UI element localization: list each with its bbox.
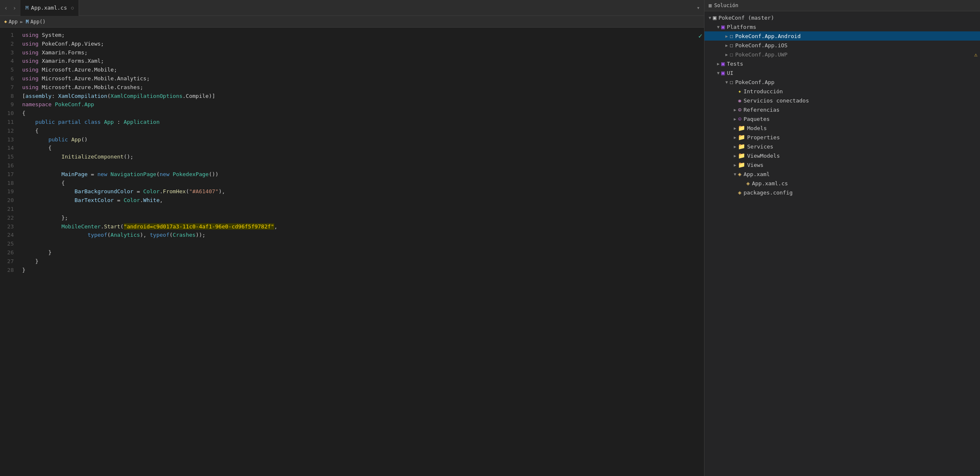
pokeconf-app-project-icon: ☐ [730, 79, 733, 85]
tree-item-services[interactable]: ▶ 📁 Services [704, 142, 980, 151]
tree-item-ios[interactable]: ▶ ☐ PokeConf.App.iOS [704, 41, 980, 50]
tree-item-referencias[interactable]: ▶ ⊙ Referencias [704, 105, 980, 114]
paquetes-icon: ⊙ [738, 115, 741, 122]
intro-icon: ✦ [738, 88, 741, 95]
android-label: PokeConf.App.Android [735, 33, 977, 39]
viewmodels-expand-icon: ▶ [732, 154, 738, 158]
tree-item-ui[interactable]: ▼ ▣ UI [704, 68, 980, 77]
android-project-icon: ☐ [730, 33, 733, 39]
breadcrumb-method-label: App() [31, 19, 46, 25]
root-expand-icon: ▼ [707, 15, 713, 20]
packages-icon: ◈ [738, 189, 741, 196]
code-line-20: BarTextColor = Color.White, [22, 196, 704, 205]
code-line-27: } [22, 257, 704, 266]
packages-expand-icon [732, 190, 738, 195]
nav-back-button[interactable]: ‹ [3, 4, 9, 12]
breadcrumb-app-icon: ◆ [4, 19, 7, 24]
properties-label: Properties [747, 134, 977, 141]
tree-item-views[interactable]: ▶ 📁 Views [704, 160, 980, 169]
models-expand-icon: ▶ [732, 126, 738, 131]
tab-dropdown-button[interactable]: ▾ [692, 5, 704, 11]
code-line-24: typeof(Analytics), typeof(Crashes)); [22, 231, 704, 240]
tree-item-platforms[interactable]: ▼ ▣ Platforms [704, 22, 980, 31]
appxaml-label: App.xaml [743, 171, 977, 177]
appxaml-icon: ◈ [738, 171, 741, 177]
ui-folder-icon: ▣ [721, 69, 725, 76]
code-line-19: BarBackgroundColor = Color.FromHex("#A61… [22, 187, 704, 196]
platforms-expand-icon: ▼ [715, 25, 721, 29]
tree-item-introduccion[interactable]: ✦ Introducción [704, 87, 980, 96]
tree-item-appxamlcs[interactable]: ◈ App.xaml.cs [704, 179, 980, 188]
intro-expand-icon [732, 89, 738, 94]
root-project-icon: ▣ [713, 14, 716, 21]
tree-item-packages[interactable]: ◈ packages.config [704, 188, 980, 197]
solution-icon: ▦ [709, 3, 712, 8]
platforms-folder-icon: ▣ [721, 23, 725, 30]
ui-expand-icon: ▼ [715, 71, 721, 75]
code-line-11: public partial class App : Application [22, 118, 704, 127]
tests-expand-icon: ▶ [715, 61, 721, 66]
code-line-4: using Xamarin.Forms.Xaml; [22, 57, 704, 66]
servicios-icon: ❋ [738, 97, 741, 104]
tree-item-servicios[interactable]: ❋ Servicios conectados [704, 96, 980, 105]
platforms-label: Platforms [727, 24, 977, 30]
uwp-expand-icon: ▶ [724, 52, 730, 57]
code-line-17: MainPage = new NavigationPage(new Pokede… [22, 170, 704, 179]
uwp-warning-icon: ⚠ [974, 51, 977, 58]
code-line-8: [assembly: XamlCompilation(XamlCompilati… [22, 92, 704, 101]
tree-item-properties[interactable]: ▶ 📁 Properties [704, 133, 980, 142]
code-line-23: MobileCenter.Start("android=c9d017a3-11c… [22, 223, 704, 231]
tab-close-icon[interactable]: ○ [71, 5, 74, 10]
code-line-13: public App() [22, 136, 704, 144]
appxamlcs-expand-icon [740, 181, 746, 186]
tests-folder-icon: ▣ [721, 60, 725, 67]
tab-file-icon: M [26, 5, 28, 11]
tree-item-pokeconf-app[interactable]: ▼ ☐ PokeConf.App [704, 77, 980, 87]
code-line-21 [22, 205, 704, 214]
tree-item-uwp[interactable]: ▶ ☐ PokeConf.App.UWP ⚠ [704, 50, 980, 59]
nav-forward-button[interactable]: › [11, 4, 18, 12]
tree-item-paquetes[interactable]: ▶ ⊙ Paquetes [704, 114, 980, 123]
paquetes-expand-icon: ▶ [732, 117, 738, 121]
code-line-9: namespace PokeConf.App [22, 100, 704, 109]
nav-arrows: ‹ › [0, 4, 20, 12]
tree-root[interactable]: ▼ ▣ PokeConf (master) [704, 13, 980, 22]
pokeconf-app-expand-icon: ▼ [724, 80, 730, 84]
breadcrumb-method[interactable]: M App() [26, 19, 46, 25]
tree-item-viewmodels[interactable]: ▶ 📁 ViewModels [704, 151, 980, 160]
solution-header: ▦ Solución [704, 0, 980, 11]
views-expand-icon: ▶ [732, 163, 738, 167]
code-line-26: } [22, 248, 704, 257]
uwp-label: PokeConf.App.UWP [735, 51, 972, 58]
views-label: Views [747, 162, 977, 168]
properties-expand-icon: ▶ [732, 135, 738, 140]
breadcrumb-app-label: App [9, 19, 18, 25]
code-line-15: InitializeComponent(); [22, 153, 704, 161]
ios-project-icon: ☐ [730, 42, 733, 49]
breadcrumb-app[interactable]: ◆ App [4, 19, 18, 25]
referencias-expand-icon: ▶ [732, 107, 738, 112]
uwp-project-icon: ☐ [730, 51, 733, 58]
code-line-6: using Microsoft.Azure.Mobile.Analytics; [22, 74, 704, 83]
code-line-14: { [22, 144, 704, 153]
tree-item-tests[interactable]: ▶ ▣ Tests [704, 59, 980, 68]
code-line-28: } [22, 266, 704, 275]
tree-item-android[interactable]: ▶ ☐ PokeConf.App.Android [704, 31, 980, 41]
tab-label: App.xaml.cs [31, 5, 67, 11]
file-tab[interactable]: M App.xaml.cs ○ [20, 0, 79, 16]
referencias-icon: ⊙ [738, 106, 741, 113]
ios-label: PokeConf.App.iOS [735, 42, 977, 49]
properties-folder-icon: 📁 [738, 134, 745, 141]
check-mark-icon: ✓ [698, 32, 702, 40]
code-line-22: }; [22, 214, 704, 223]
appxaml-expand-icon: ▼ [732, 172, 738, 177]
tree-item-models[interactable]: ▶ 📁 Models [704, 123, 980, 133]
solution-tree: ▼ ▣ PokeConf (master) ▼ ▣ Platforms ▶ ☐ … [704, 11, 980, 476]
code-editor[interactable]: using System; using PokeConf.App.Views; … [19, 28, 704, 476]
intro-label: Introducción [743, 88, 977, 95]
tree-item-appxaml[interactable]: ▼ ◈ App.xaml [704, 169, 980, 179]
breadcrumb-bar: ◆ App ► M App() [0, 16, 704, 28]
pokeconf-app-label: PokeConf.App [735, 79, 977, 85]
code-line-7: using Microsoft.Azure.Mobile.Crashes; [22, 83, 704, 92]
line-numbers: 12345 678910 1112131415 1617181920 21222… [0, 28, 19, 476]
